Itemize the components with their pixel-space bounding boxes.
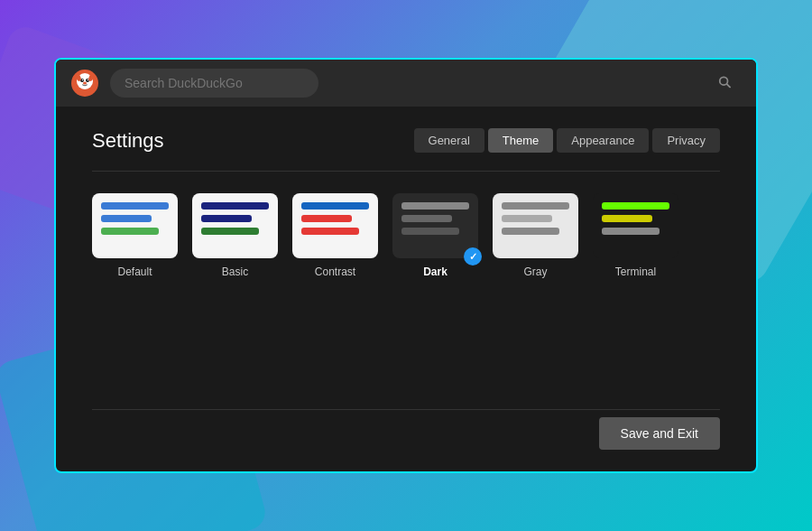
tab-theme[interactable]: Theme — [488, 128, 553, 153]
theme-bar — [401, 228, 459, 235]
theme-wrapper-gray: Gray — [493, 193, 578, 278]
tab-appearance[interactable]: Appearance — [557, 128, 649, 153]
svg-point-6 — [88, 79, 89, 81]
theme-label-default: Default — [117, 266, 152, 278]
theme-wrapper-terminal: Terminal — [593, 193, 678, 278]
theme-bar — [101, 215, 152, 222]
header-divider — [92, 171, 720, 172]
page-title: Settings — [92, 129, 164, 153]
search-input[interactable] — [110, 69, 318, 98]
theme-wrapper-dark: ✓ Dark — [392, 193, 478, 278]
browser-topbar — [56, 60, 756, 107]
tab-general[interactable]: General — [414, 128, 484, 153]
save-exit-button[interactable]: Save and Exit — [599, 417, 720, 450]
settings-header: Settings General Theme Appearance Privac… — [92, 128, 720, 153]
theme-label-gray: Gray — [523, 266, 547, 278]
theme-card-terminal[interactable] — [593, 193, 678, 258]
theme-cards-container: Default Basic Contrast — [92, 193, 720, 278]
theme-bar — [602, 202, 669, 210]
search-icon — [718, 76, 731, 91]
theme-card-dark[interactable]: ✓ — [392, 193, 478, 258]
theme-bar — [502, 228, 559, 235]
settings-tabs: General Theme Appearance Privacy — [414, 128, 720, 153]
theme-label-terminal: Terminal — [615, 266, 656, 278]
theme-card-basic[interactable] — [192, 193, 278, 258]
svg-point-10 — [720, 77, 728, 85]
theme-card-gray[interactable] — [493, 193, 578, 258]
theme-label-contrast: Contrast — [315, 266, 355, 278]
theme-bar — [401, 202, 469, 210]
theme-wrapper-basic: Basic — [192, 193, 278, 278]
theme-bar — [602, 215, 652, 222]
theme-wrapper-default: Default — [92, 193, 178, 278]
theme-bar — [201, 228, 259, 235]
theme-bar — [301, 202, 369, 210]
theme-card-default[interactable] — [92, 193, 178, 258]
tab-privacy[interactable]: Privacy — [652, 128, 720, 153]
selected-checkmark: ✓ — [464, 247, 482, 266]
theme-bar — [301, 228, 359, 235]
search-container — [110, 69, 742, 98]
settings-footer: Save and Exit — [92, 409, 720, 450]
theme-label-basic: Basic — [222, 266, 248, 278]
browser-window: Settings General Theme Appearance Privac… — [54, 58, 758, 473]
theme-bar — [101, 228, 159, 235]
theme-bar — [201, 202, 269, 210]
browser-content: Settings General Theme Appearance Privac… — [56, 107, 756, 471]
theme-bar — [401, 215, 452, 222]
theme-bar — [502, 215, 552, 222]
ddg-logo — [70, 69, 99, 98]
svg-point-5 — [82, 79, 84, 81]
theme-label-dark: Dark — [423, 266, 448, 278]
svg-line-11 — [727, 84, 731, 88]
theme-wrapper-contrast: Contrast — [292, 193, 378, 278]
theme-bar — [101, 202, 169, 210]
theme-bar — [301, 215, 352, 222]
theme-card-contrast[interactable] — [292, 193, 378, 258]
theme-bar — [201, 215, 252, 222]
theme-bar — [502, 202, 569, 210]
svg-point-7 — [83, 82, 87, 85]
theme-bar — [602, 228, 660, 235]
